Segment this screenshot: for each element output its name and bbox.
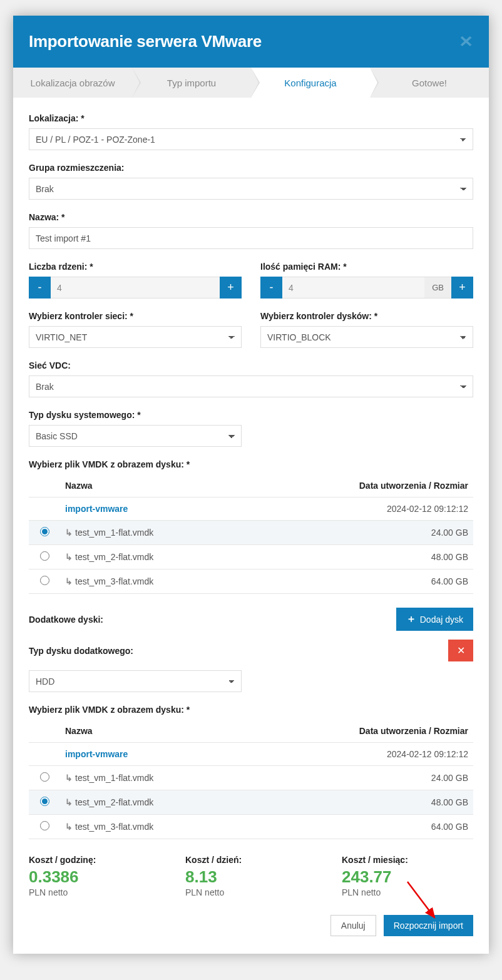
file-name: test_vm_2-flat.vmdk — [75, 552, 153, 562]
folder-date: 2024-02-12 09:12:12 — [247, 498, 473, 521]
grupa-select[interactable]: Brak — [29, 178, 473, 200]
ram-minus[interactable]: - — [260, 277, 282, 299]
table-row[interactable]: ↳test_vm_1-flat.vmdk 24.00 GB — [29, 766, 473, 790]
typ-dodatkowego-label: Typ dysku dodatkowego: — [29, 646, 133, 656]
costs: Koszt / godzinę: 0.3386 PLN netto Koszt … — [29, 855, 473, 897]
modal-footer: Anuluj Rozpocznij import — [13, 904, 489, 954]
lokalizacja-select[interactable]: EU / PL / POZ-1 - POZ-Zone-1 — [29, 128, 473, 150]
cost-hour-value: 0.3386 — [29, 868, 160, 886]
start-import-button[interactable]: Rozpocznij import — [384, 915, 473, 936]
siec-select[interactable]: Brak — [29, 375, 473, 397]
step-lokalizacja[interactable]: Lokalizacja obrazów — [13, 68, 132, 98]
net-select[interactable]: VIRTIO_NET — [29, 326, 242, 348]
ram-unit: GB — [424, 277, 451, 299]
ram-value[interactable]: 4 — [282, 277, 424, 299]
grupa-label: Grupa rozmieszczenia: — [29, 163, 473, 173]
table-row: import-vmware 2024-02-12 09:12:12 — [29, 743, 473, 766]
cost-month: Koszt / miesiąc: 243.77 PLN netto — [342, 855, 473, 897]
rdzeni-minus[interactable]: - — [29, 277, 51, 299]
remove-disk-button[interactable]: ✕ — [448, 640, 473, 661]
file-name: test_vm_1-flat.vmdk — [75, 528, 153, 538]
cost-day: Koszt / dzień: 8.13 PLN netto — [185, 855, 317, 897]
file-size: 64.00 GB — [247, 569, 473, 594]
rdzeni-label: Liczba rdzeni: * — [29, 262, 242, 272]
indent-icon: ↳ — [65, 797, 73, 807]
close-icon[interactable]: ✕ — [459, 33, 473, 51]
folder-name[interactable]: import-vmware — [60, 743, 247, 766]
vmdk2-table: Nazwa Data utworzenia / Rozmiar import-v… — [29, 720, 473, 839]
dodatkowe-label: Dodatkowe dyski: — [29, 615, 103, 625]
vmdk2-label: Wybierz plik VMDK z obrazem dysku: * — [29, 705, 473, 715]
folder-date: 2024-02-12 09:12:12 — [247, 743, 473, 766]
vmdk2-radio-2[interactable] — [40, 821, 49, 830]
file-size: 24.00 GB — [247, 766, 473, 790]
sysdisk-label: Typ dysku systemowego: * — [29, 410, 473, 420]
typ-dodatkowego-select[interactable]: HDD — [29, 670, 242, 692]
indent-icon: ↳ — [65, 822, 73, 832]
table-row[interactable]: ↳test_vm_2-flat.vmdk 48.00 GB — [29, 790, 473, 815]
table-row[interactable]: ↳test_vm_3-flat.vmdk 64.00 GB — [29, 569, 473, 594]
file-name: test_vm_3-flat.vmdk — [75, 822, 153, 832]
file-name: test_vm_2-flat.vmdk — [75, 797, 153, 807]
step-gotowe[interactable]: Gotowe! — [370, 68, 489, 98]
vmdk1-table: Nazwa Data utworzenia / Rozmiar import-v… — [29, 474, 473, 594]
lokalizacja-label: Lokalizacja: * — [29, 113, 473, 123]
indent-icon: ↳ — [65, 576, 73, 586]
cancel-button[interactable]: Anuluj — [330, 915, 376, 936]
step-konfiguracja[interactable]: Konfiguracja — [251, 68, 370, 98]
vmdk2-radio-1[interactable] — [40, 797, 49, 806]
cost-hour: Koszt / godzinę: 0.3386 PLN netto — [29, 855, 160, 897]
modal-title: Importowanie serwera VMware — [29, 32, 262, 51]
wizard-steps: Lokalizacja obrazów Typ importu Konfigur… — [13, 68, 489, 98]
step-typ-importu[interactable]: Typ importu — [132, 68, 251, 98]
ram-plus[interactable]: + — [451, 277, 473, 299]
col-name: Nazwa — [60, 720, 247, 743]
col-date: Data utworzenia / Rozmiar — [247, 474, 473, 498]
cost-month-sub: PLN netto — [342, 887, 473, 897]
vmdk1-radio-0[interactable] — [40, 527, 49, 536]
modal-body: Lokalizacja: * EU / PL / POZ-1 - POZ-Zon… — [13, 98, 489, 904]
rdzeni-stepper: - 4 + — [29, 277, 242, 299]
net-label: Wybierz kontroler sieci: * — [29, 311, 242, 321]
col-date: Data utworzenia / Rozmiar — [247, 720, 473, 743]
ram-label: Ilość pamięci RAM: * — [260, 262, 473, 272]
add-disk-button[interactable]: ＋ Dodaj dysk — [396, 608, 473, 631]
indent-icon: ↳ — [65, 552, 73, 562]
cost-hour-label: Koszt / godzinę: — [29, 855, 160, 865]
ram-stepper: - 4 GB + — [260, 277, 473, 299]
cost-hour-sub: PLN netto — [29, 887, 160, 897]
file-name: test_vm_3-flat.vmdk — [75, 576, 153, 586]
cost-day-label: Koszt / dzień: — [185, 855, 317, 865]
nazwa-label: Nazwa: * — [29, 212, 473, 222]
table-row[interactable]: ↳test_vm_2-flat.vmdk 48.00 GB — [29, 545, 473, 569]
siec-label: Sieć VDC: — [29, 360, 473, 370]
vmdk1-radio-1[interactable] — [40, 551, 49, 561]
add-disk-label: Dodaj dysk — [420, 615, 463, 625]
vmdk1-radio-2[interactable] — [40, 576, 49, 585]
col-radio — [29, 474, 60, 498]
table-row[interactable]: ↳test_vm_3-flat.vmdk 64.00 GB — [29, 815, 473, 839]
rdzeni-plus[interactable]: + — [220, 277, 242, 299]
file-name: test_vm_1-flat.vmdk — [75, 773, 153, 783]
file-size: 24.00 GB — [247, 521, 473, 545]
nazwa-input[interactable] — [29, 227, 473, 249]
cost-month-label: Koszt / miesiąc: — [342, 855, 473, 865]
vmdk2-radio-0[interactable] — [40, 772, 49, 782]
file-size: 48.00 GB — [247, 790, 473, 815]
cost-month-value: 243.77 — [342, 868, 473, 886]
rdzeni-value[interactable]: 4 — [51, 277, 220, 299]
col-radio — [29, 720, 60, 743]
file-size: 48.00 GB — [247, 545, 473, 569]
table-row[interactable]: ↳test_vm_1-flat.vmdk 24.00 GB — [29, 521, 473, 545]
vmdk1-label: Wybierz plik VMDK z obrazem dysku: * — [29, 459, 473, 469]
plus-icon: ＋ — [406, 613, 416, 626]
cost-day-sub: PLN netto — [185, 887, 317, 897]
indent-icon: ↳ — [65, 528, 73, 538]
file-size: 64.00 GB — [247, 815, 473, 839]
folder-name[interactable]: import-vmware — [60, 498, 247, 521]
disk-ctrl-select[interactable]: VIRTIO_BLOCK — [260, 326, 473, 348]
import-vmware-modal: Importowanie serwera VMware ✕ Lokalizacj… — [13, 16, 489, 954]
table-row: import-vmware 2024-02-12 09:12:12 — [29, 498, 473, 521]
sysdisk-select[interactable]: Basic SSD — [29, 425, 242, 447]
close-icon: ✕ — [457, 645, 465, 656]
